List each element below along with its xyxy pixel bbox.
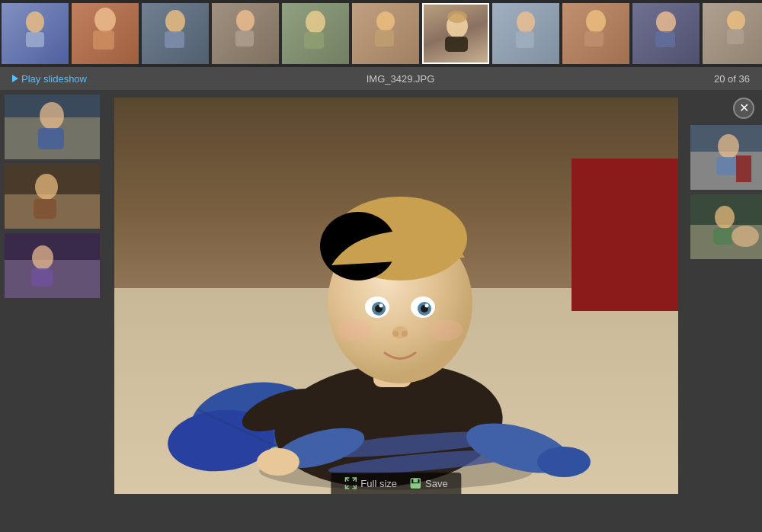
svg-point-82 [715,206,735,229]
svg-rect-72 [413,479,418,482]
svg-point-19 [656,11,676,33]
thumbnail-1[interactable] [2,3,69,64]
svg-rect-26 [38,128,64,149]
svg-point-0 [26,11,44,33]
svg-point-63 [338,319,371,341]
svg-point-84 [732,226,759,247]
image-actions-bar: Full size Save [331,473,461,494]
image-counter: 20 of 36 [714,73,750,85]
svg-point-62 [402,331,408,337]
svg-rect-3 [93,30,114,50]
svg-point-15 [517,11,535,33]
svg-point-4 [165,10,185,33]
left-thumbnail-2[interactable] [5,164,100,229]
svg-point-58 [379,304,383,308]
svg-rect-14 [445,37,468,52]
thumbnail-strip [0,0,762,67]
svg-rect-20 [655,31,675,47]
thumbnail-9[interactable] [562,3,629,64]
center-panel: Full size Save [107,90,686,532]
fullsize-label: Full size [360,478,397,489]
play-slideshow-button[interactable]: Play slideshow [12,73,87,85]
play-slideshow-label: Play slideshow [21,73,87,85]
svg-point-2 [94,8,116,32]
svg-point-61 [392,331,399,337]
svg-rect-30 [34,199,56,219]
svg-point-10 [376,11,395,31]
svg-rect-83 [713,228,733,245]
svg-point-17 [586,10,606,33]
main-photo [114,98,678,494]
svg-point-21 [727,11,745,30]
svg-point-13 [447,11,467,23]
svg-rect-22 [727,29,744,44]
svg-point-33 [32,245,53,270]
svg-point-25 [40,102,64,130]
svg-point-77 [718,134,739,159]
svg-rect-1 [26,32,44,47]
svg-point-66 [257,448,299,476]
right-panel: ✕ [686,90,762,532]
left-thumbnail-3[interactable] [5,233,100,298]
svg-rect-18 [584,31,604,46]
right-thumbnail-2[interactable] [690,194,762,259]
thumbnail-10[interactable] [632,3,700,64]
svg-point-46 [537,447,591,477]
thumbnail-2[interactable] [72,3,139,64]
svg-point-59 [425,304,429,308]
fullsize-icon [344,477,357,489]
left-thumbnail-1[interactable] [5,95,100,159]
left-panel [0,90,107,532]
svg-rect-5 [165,31,184,48]
save-label: Save [425,478,448,489]
save-button[interactable]: Save [409,477,448,489]
svg-rect-9 [304,32,324,49]
svg-point-6 [236,10,255,31]
toolbar: Play slideshow IMG_3429.JPG 20 of 36 [0,67,762,90]
save-icon [409,477,421,489]
main-area: Full size Save ✕ [0,90,762,532]
thumbnail-6[interactable] [352,3,419,64]
svg-rect-11 [375,30,394,46]
svg-point-29 [35,174,58,200]
svg-rect-78 [716,157,738,175]
thumbnail-3[interactable] [142,3,209,64]
fullsize-button[interactable]: Full size [344,477,397,489]
thumbnail-11[interactable] [703,3,762,64]
thumbnail-8[interactable] [492,3,559,64]
svg-rect-79 [736,155,751,182]
svg-rect-7 [235,30,254,46]
main-image-container: Full size Save [114,98,678,494]
play-icon [12,75,18,82]
thumbnail-4[interactable] [212,3,279,64]
right-thumbnail-1[interactable] [690,125,762,190]
svg-rect-34 [31,268,53,287]
thumbnail-7-active[interactable] [422,3,489,64]
svg-point-64 [429,319,463,341]
thumbnail-5[interactable] [282,3,349,64]
svg-rect-37 [572,159,678,311]
svg-point-8 [306,11,325,34]
close-icon: ✕ [739,102,749,114]
close-button[interactable]: ✕ [733,98,754,119]
image-filename: IMG_3429.JPG [367,73,435,85]
svg-rect-16 [516,31,534,48]
